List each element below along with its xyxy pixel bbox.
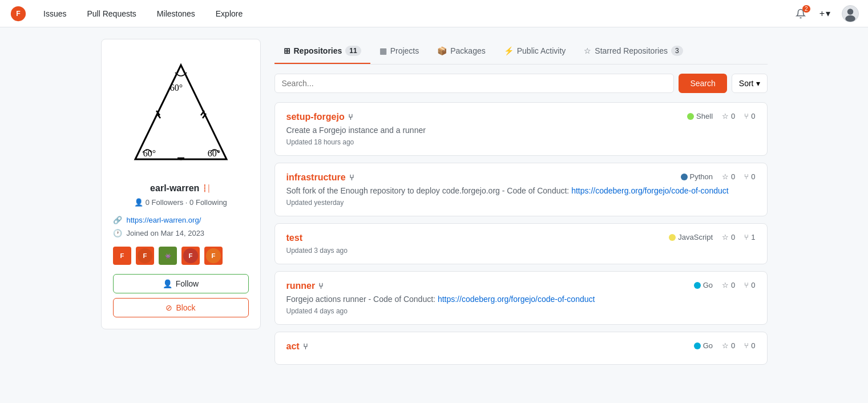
tab-repositories[interactable]: ⊞ Repositories 11: [274, 39, 370, 64]
repo-updated: Updated 3 days ago: [286, 247, 756, 255]
profile-username: earl-warren ┆│: [113, 183, 249, 194]
repo-header: act ⑂ Go ☆ 0 ⑂ 0: [286, 341, 756, 352]
top-navigation: F Issues Pull Requests Milestones Explor…: [0, 0, 868, 27]
notifications-button[interactable]: 2: [793, 6, 808, 21]
language-dot: [681, 174, 688, 180]
repo-stars: ☆ 0: [722, 233, 735, 241]
svg-text:F: F: [188, 252, 192, 259]
link-icon: 🔗: [113, 216, 122, 224]
repo-meta: Go ☆ 0 ⑂ 0: [694, 341, 756, 350]
fork-count-icon: ⑂: [744, 233, 749, 241]
notification-badge: 2: [802, 5, 810, 13]
search-input[interactable]: [274, 74, 675, 93]
star-icon: ☆: [584, 46, 591, 55]
fork-count-icon: ⑂: [744, 172, 749, 181]
table-row: infrastructure ⑂ Python ☆ 0 ⑂: [274, 163, 768, 216]
tab-public-activity[interactable]: ⚡ Public Activity: [495, 39, 575, 64]
search-row: Search Sort ▾: [274, 74, 768, 93]
tab-projects[interactable]: ▦ Projects: [370, 39, 429, 64]
repo-language: Shell: [687, 112, 713, 120]
star-icon: ☆: [722, 233, 729, 241]
svg-point-2: [847, 9, 854, 15]
repo-forks: ⑂ 0: [744, 112, 755, 120]
repo-name-link[interactable]: act ⑂: [286, 341, 308, 352]
sort-button[interactable]: Sort ▾: [732, 74, 768, 93]
repo-description: Create a Forgejo instance and a runner: [286, 126, 756, 135]
repo-name-link[interactable]: runner ⑂: [286, 281, 324, 291]
repo-description: Forgejo actions runner - Code of Conduct…: [286, 295, 756, 304]
repo-forks: ⑂ 0: [744, 341, 755, 350]
tab-starred[interactable]: ☆ Starred Repositories 3: [575, 39, 692, 64]
repo-forks: ⑂ 0: [744, 172, 755, 181]
org-avatar-3[interactable]: 👾: [159, 247, 177, 265]
org-list: F F 👾 F F: [113, 247, 249, 265]
followers-info: 👤 0 Followers · 0 Following: [113, 198, 249, 207]
fork-icon: ⑂: [349, 173, 354, 182]
repo-updated: Updated yesterday: [286, 199, 756, 207]
org-avatar-1[interactable]: F: [113, 247, 131, 265]
follow-button[interactable]: 👤 Follow: [113, 274, 249, 293]
repo-desc-link[interactable]: https://codeberg.org/forgejo/code-of-con…: [438, 295, 595, 304]
repo-name-link[interactable]: test: [286, 233, 302, 243]
clock-icon: 🕐: [113, 229, 122, 237]
nav-explore[interactable]: Explore: [211, 7, 247, 21]
package-icon: 📦: [437, 46, 447, 55]
repo-stars: ☆ 0: [722, 172, 735, 181]
language-dot: [687, 113, 694, 120]
repo-updated: Updated 4 days ago: [286, 307, 756, 315]
website-link[interactable]: https://earl-warren.org/: [127, 216, 201, 224]
repo-name-link[interactable]: setup-forgejo ⑂: [286, 112, 353, 122]
language-dot: [669, 234, 676, 241]
language-dot: [694, 342, 701, 349]
block-button[interactable]: ⊘ Block: [113, 298, 249, 317]
tab-packages[interactable]: 📦 Packages: [428, 39, 494, 64]
repo-stars: ☆ 0: [722, 281, 735, 289]
profile-tabs: ⊞ Repositories 11 ▦ Projects 📦 Packages …: [274, 39, 768, 65]
search-button[interactable]: Search: [679, 74, 726, 93]
main-layout: 60° 60° 60° earl-warren ┆│ 👤 0 Followers…: [92, 27, 777, 383]
create-button[interactable]: + ▾: [815, 6, 835, 21]
repo-name-link[interactable]: infrastructure ⑂: [286, 172, 354, 183]
repo-forks: ⑂ 0: [744, 281, 755, 289]
nav-issues[interactable]: Issues: [39, 7, 71, 21]
starred-count-badge: 3: [671, 46, 683, 56]
joined-meta: 🕐 Joined on Mar 14, 2023: [113, 229, 249, 237]
user-avatar[interactable]: [842, 5, 859, 22]
svg-text:F: F: [211, 252, 215, 259]
table-row: runner ⑂ Go ☆ 0 ⑂: [274, 271, 768, 325]
chevron-down-icon: ▾: [756, 79, 760, 88]
repo-meta: JavaScript ☆ 0 ⑂ 1: [669, 233, 755, 241]
table-row: act ⑂ Go ☆ 0 ⑂ 0: [274, 332, 768, 365]
follower-icon: 👤: [134, 198, 146, 207]
website-meta: 🔗 https://earl-warren.org/: [113, 216, 249, 224]
org-avatar-4[interactable]: F: [181, 247, 200, 265]
star-icon: ☆: [722, 281, 729, 289]
fork-count-icon: ⑂: [744, 281, 749, 289]
rss-icon[interactable]: ┆│: [203, 184, 211, 192]
repo-language: JavaScript: [669, 233, 713, 241]
profile-card: 60° 60° 60° earl-warren ┆│ 👤 0 Followers…: [101, 39, 261, 329]
repo-desc-link[interactable]: https://codeberg.org/forgejo/code-of-con…: [571, 186, 729, 195]
grid-icon: ⊞: [284, 46, 290, 55]
star-icon: ☆: [722, 112, 729, 120]
svg-text:F: F: [143, 252, 147, 259]
repository-list: setup-forgejo ⑂ Shell ☆ 0 ⑂: [274, 102, 768, 365]
svg-text:F: F: [120, 252, 124, 259]
nav-milestones[interactable]: Milestones: [152, 7, 200, 21]
org-avatar-2[interactable]: F: [136, 247, 154, 265]
fork-icon: ⑂: [318, 281, 323, 291]
table-row: test JavaScript ☆ 0 ⑂ 1: [274, 223, 768, 264]
repo-header: setup-forgejo ⑂ Shell ☆ 0 ⑂: [286, 112, 756, 122]
svg-text:60°: 60°: [143, 148, 155, 158]
profile-meta: 🔗 https://earl-warren.org/ 🕐 Joined on M…: [113, 216, 249, 237]
site-logo[interactable]: F: [9, 5, 27, 23]
fork-count-icon: ⑂: [744, 112, 749, 120]
nav-pull-requests[interactable]: Pull Requests: [82, 7, 140, 21]
main-content: ⊞ Repositories 11 ▦ Projects 📦 Packages …: [274, 39, 768, 372]
user-plus-icon: 👤: [163, 279, 172, 288]
repo-language: Python: [681, 172, 713, 181]
repo-stars: ☆ 0: [722, 341, 735, 350]
repo-meta: Shell ☆ 0 ⑂ 0: [687, 112, 755, 120]
org-avatar-5[interactable]: F: [204, 247, 223, 265]
repo-language: Go: [694, 341, 713, 350]
